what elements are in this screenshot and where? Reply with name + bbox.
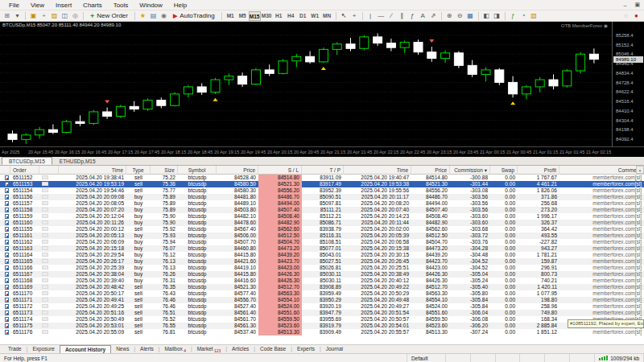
history-row[interactable]: 65111732025.04.20 20:51:16sell76.51btcus… (0, 310, 644, 316)
auto-scroll-icon[interactable]: ◧ (481, 11, 492, 21)
indicators-icon[interactable]: ƒ (508, 11, 518, 21)
text-icon[interactable]: A (418, 11, 428, 21)
timeframe-m1[interactable]: M1 (225, 11, 237, 21)
zoom-in-icon[interactable]: ⊕ (444, 11, 455, 21)
tile-windows-icon[interactable]: ◫ (60, 11, 70, 21)
history-row[interactable]: 65111542025.04.20 19:54:46sell75.77btcus… (0, 187, 644, 194)
history-row[interactable]: 65111582025.04.20 20:07:20buy75.89btcusd… (0, 207, 644, 213)
col-comment[interactable]: Comment (559, 166, 644, 175)
search-icon[interactable]: ◎ (70, 11, 80, 21)
history-row[interactable]: 65111752025.04.20 20:53:01sell76.55btcus… (0, 323, 644, 329)
col-price[interactable]: Price (217, 166, 258, 175)
chart-tab-ethusdp-m15[interactable]: ETHUSDp,M15 (52, 157, 103, 165)
col-commission[interactable]: Commission ▾ (450, 166, 490, 175)
preview-icon[interactable]: ◉ (159, 11, 169, 21)
crosshair-icon[interactable]: + (349, 11, 360, 21)
col-size[interactable]: Size (151, 166, 178, 175)
history-row[interactable]: 65111762025.04.20 20:55:09sell76.81btcus… (0, 329, 644, 335)
menu-item-window[interactable]: Window (134, 2, 167, 9)
zoom-out-icon[interactable]: ⊖ (455, 11, 465, 21)
history-row[interactable]: 65111562025.04.20 20:09:08buy75.89btcusd… (0, 194, 644, 200)
terminal-tab-code-base[interactable]: Code Base (255, 345, 291, 353)
menu-item-tools[interactable]: Tools (108, 2, 134, 9)
terminal-tab-mailbox[interactable]: Mailbox 4 (159, 345, 191, 353)
menu-item-help[interactable]: Help (168, 2, 192, 9)
history-row[interactable]: 65111592025.04.20 20:12:04buy75.90btcusd… (0, 213, 644, 220)
col-swap[interactable]: Swap (490, 166, 518, 175)
terminal-tab-alerts[interactable]: Alerts (135, 345, 159, 353)
terminal-tab-exposure[interactable]: Exposure (27, 345, 59, 353)
restore-icon[interactable]: ▣ (630, 2, 644, 8)
equidistant-channel-icon[interactable]: ∥ (397, 11, 407, 21)
trendline-icon[interactable]: ∕ (386, 11, 397, 21)
history-row[interactable]: 65111522025.04.20 19:38:41sell75.22btcus… (0, 175, 644, 181)
history-row[interactable]: 65111612025.04.20 20:05:13buy75.93btcusd… (0, 232, 644, 239)
chart-tab-btcusdp-m15[interactable]: BTCUSDp,M15 (2, 157, 52, 165)
terminal-tab-account-history[interactable]: Account History (60, 345, 111, 353)
menu-item-insert[interactable]: Insert (50, 2, 77, 9)
alert-icon[interactable]: ● (631, 11, 642, 21)
help-search-icon[interactable]: ◌ (621, 11, 631, 21)
history-row[interactable]: 65111692025.04.20 20:48:42sell76.35btcus… (0, 284, 644, 290)
history-row[interactable]: 65111572025.04.20 20:08:05buy75.89btcusd… (0, 200, 644, 207)
col-icon[interactable] (0, 166, 10, 175)
history-row[interactable]: 65111602025.04.20 20:11:26buy75.90btcusd… (0, 220, 644, 226)
history-row[interactable]: 65111622025.04.20 20:06:09buy75.94btcusd… (0, 239, 644, 245)
timeframe-h4[interactable]: H4 (285, 11, 297, 21)
autotrading-button[interactable]: ▶ AutoTrading (169, 11, 219, 21)
menu-item-view[interactable]: View (25, 2, 50, 9)
expert-icon[interactable]: ★ (138, 11, 148, 21)
timeframe-m15[interactable]: M15 (249, 11, 261, 21)
terminal-tab-experts[interactable]: Experts (292, 345, 320, 353)
timeframe-w1[interactable]: W1 (309, 11, 321, 21)
col-tp[interactable]: T / P (302, 166, 344, 175)
new-order-button[interactable]: + New Order (86, 11, 132, 21)
history-row[interactable]: 65111652025.04.20 20:26:17buy76.13btcusd… (0, 258, 644, 265)
history-row[interactable]: 65111722025.04.20 20:49:25sell76.46btcus… (0, 303, 644, 310)
history-row[interactable]: 65111662025.04.20 20:25:39buy76.13btcusd… (0, 265, 644, 271)
tile-icon[interactable]: ▦ (465, 11, 476, 21)
status-profile[interactable]: Default (407, 354, 446, 362)
arrows-icon[interactable]: ⇗ (428, 11, 439, 21)
history-row[interactable]: 65111682025.04.20 20:39:40buy76.31btcusd… (0, 278, 644, 284)
history-row[interactable]: 65111742025.04.20 20:50:49sell76.52btcus… (0, 316, 644, 323)
chart-window-icon[interactable]: ▣ (28, 11, 39, 21)
terminal-tab-market[interactable]: Market 123 (192, 345, 226, 353)
col-profit[interactable]: Profit (518, 166, 559, 175)
fibonacci-icon[interactable]: ƒ (407, 11, 418, 21)
history-row[interactable]: 65111632025.04.20 20:15:18buy76.07btcusd… (0, 245, 644, 252)
templates-folder-icon[interactable]: ▨ (49, 11, 60, 21)
history-row[interactable]: 65111552025.04.20 20:00:12sell75.92btcus… (0, 226, 644, 232)
new-chart-icon[interactable]: ⊞ (2, 11, 12, 21)
menu-item-charts[interactable]: Charts (77, 2, 108, 9)
profiles-icon[interactable]: ▾ (12, 11, 23, 21)
timeframe-m30[interactable]: M30 (261, 11, 273, 21)
history-row[interactable]: 65111712025.04.20 20:49:41sell76.46btcus… (0, 297, 644, 303)
print-icon[interactable]: ▤ (148, 11, 159, 21)
scroll-up-button[interactable]: ▲ (636, 166, 644, 174)
timeframe-m5[interactable]: M5 (237, 11, 249, 21)
templates-icon[interactable]: ▧ (529, 11, 539, 21)
col-order[interactable]: Order (10, 166, 39, 175)
terminal-tab-articles[interactable]: Articles (227, 345, 254, 353)
col-time[interactable]: Time (59, 166, 126, 175)
terminal-tab-trade[interactable]: Trade (3, 345, 27, 353)
col-type[interactable]: Type (126, 166, 151, 175)
col-sl[interactable]: S / L (258, 166, 302, 175)
timeframe-mn[interactable]: MN (321, 11, 333, 21)
history-row[interactable]: 65111702025.04.20 20:50:17sell76.43btcus… (0, 290, 644, 297)
timeframe-h1[interactable]: H1 (273, 11, 285, 21)
vertical-line-icon[interactable]: | (365, 11, 376, 21)
terminal-tab-news[interactable]: News (111, 345, 134, 353)
col-price2[interactable]: Price (411, 166, 450, 175)
history-row[interactable]: 65111672025.04.20 20:38:04buy76.26btcusd… (0, 271, 644, 278)
terminal-tab-journal[interactable]: Journal (321, 345, 348, 353)
horizontal-line-icon[interactable]: — (376, 11, 386, 21)
col-symbol[interactable]: Symbol (178, 166, 217, 175)
chart-shift-icon[interactable]: ◨ (492, 11, 502, 21)
col-gap[interactable] (39, 166, 59, 175)
menu-item-file[interactable]: File (3, 2, 25, 9)
history-row[interactable]: 65111532025.04.20 19:53:19sell75.36btcus… (0, 181, 644, 187)
periods-icon[interactable]: ◔ (518, 11, 529, 21)
history-row[interactable]: 65111642025.04.20 20:29:54buy76.12btcusd… (0, 252, 644, 258)
